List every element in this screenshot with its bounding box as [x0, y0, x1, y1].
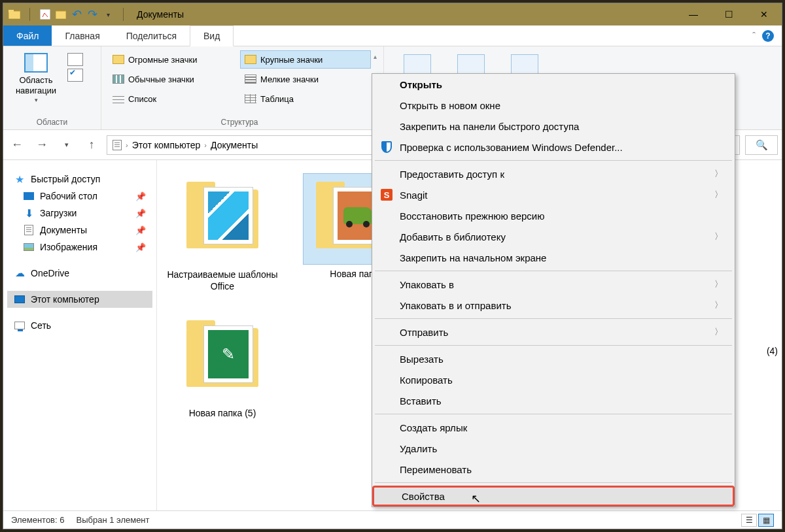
sidebar-pictures[interactable]: Изображения📌	[7, 239, 152, 256]
window-controls: — ☐ ✕	[676, 3, 782, 25]
ctx-pin-quick-access[interactable]: Закрепить на панели быстрого доступа	[372, 116, 735, 137]
ctx-properties[interactable]: Свойства ↖	[372, 486, 735, 507]
sidebar-desktop[interactable]: Рабочий стол📌	[7, 188, 152, 205]
ctx-label: Создать ярлык	[400, 422, 467, 433]
tab-share[interactable]: Поделиться	[113, 25, 190, 46]
sidebar-network[interactable]: Сеть	[7, 317, 152, 334]
undo-icon[interactable]: ↶	[71, 8, 82, 20]
layout-medium-icons[interactable]: Обычные значки	[108, 70, 239, 88]
redo-icon[interactable]: ↷	[86, 8, 98, 20]
sidebar-documents[interactable]: Документы📌	[7, 222, 152, 239]
chevron-right-icon: 〉	[714, 299, 723, 311]
close-button[interactable]: ✕	[746, 3, 782, 25]
search-icon: 🔍	[756, 139, 768, 151]
collapse-ribbon-icon[interactable]: ˆ	[752, 31, 756, 41]
ctx-add-library[interactable]: Добавить в библиотеку〉	[372, 226, 735, 247]
folder-office-templates[interactable]: Настраиваемые шаблоны Office	[164, 173, 281, 292]
ctx-restore-version[interactable]: Восстановить прежнюю версию	[372, 205, 735, 226]
folder-new-5[interactable]: ✎ Новая папка (5)	[164, 312, 281, 419]
chevron-icon[interactable]: ›	[204, 141, 207, 149]
tab-view[interactable]: Вид	[190, 25, 234, 46]
separator	[375, 271, 732, 271]
ctx-rename[interactable]: Переименовать	[372, 459, 735, 480]
titlebar: ↶ ↷ ▾ Документы — ☐ ✕	[3, 3, 782, 25]
ctx-label: Удалить	[400, 443, 437, 454]
layout-label: Обычные значки	[128, 75, 194, 84]
layout-large-icons[interactable]: Крупные значки	[240, 50, 371, 69]
ctx-pack[interactable]: Упаковать в〉	[372, 274, 735, 295]
sidebar-label: Этот компьютер	[31, 294, 99, 305]
ctx-open-new-window[interactable]: Открыть в новом окне	[372, 95, 735, 116]
navigation-pane-button[interactable]: Область навигации ▾	[10, 50, 62, 104]
ctx-label: Открыть	[400, 79, 442, 90]
document-icon	[24, 225, 33, 235]
layout-label: Список	[128, 94, 156, 104]
sidebar-onedrive[interactable]: ☁OneDrive	[7, 265, 152, 282]
minimize-button[interactable]: —	[676, 3, 711, 25]
sidebar-downloads[interactable]: ⬇Загрузки📌	[7, 205, 152, 222]
ctx-share-access[interactable]: Предоставить доступ к〉	[372, 163, 735, 184]
view-toggle: ☰ ▦	[741, 514, 774, 527]
search-input[interactable]: 🔍	[745, 135, 778, 155]
layout-table[interactable]: Таблица	[240, 90, 371, 108]
sidebar-label: Документы	[40, 225, 87, 235]
pin-icon: 📌	[135, 225, 146, 235]
ribbon-group-layout: Огромные значки Крупные значки Обычные з…	[101, 46, 384, 129]
ctx-delete[interactable]: Удалить	[372, 438, 735, 459]
star-icon: ★	[14, 174, 26, 184]
back-button[interactable]: ←	[7, 135, 27, 155]
chevron-icon[interactable]: ›	[126, 141, 128, 149]
tab-right-controls: ˆ ?	[752, 25, 782, 46]
group-label-panes: Области	[10, 115, 94, 127]
ctx-defender-scan[interactable]: Проверка с использованием Windows Defend…	[372, 137, 735, 158]
tab-home[interactable]: Главная	[52, 25, 113, 46]
ctx-cut[interactable]: Вырезать	[372, 348, 735, 369]
large-icons-icon	[245, 55, 256, 64]
sidebar-quick-access[interactable]: ★Быстрый доступ	[7, 171, 152, 188]
forward-button[interactable]: →	[32, 135, 52, 155]
ctx-label: Переименовать	[400, 464, 472, 475]
view-details-button[interactable]: ☰	[741, 514, 757, 527]
crumb-documents[interactable]: Документы	[211, 140, 258, 150]
preview-pane-icon[interactable]	[67, 53, 83, 66]
ctx-snagit[interactable]: SSnagit〉	[372, 184, 735, 205]
up-button[interactable]: ↑	[82, 135, 101, 155]
maximize-button[interactable]: ☐	[711, 3, 746, 25]
recent-dropdown[interactable]: ▾	[57, 135, 77, 155]
ctx-pin-start[interactable]: Закрепить на начальном экране	[372, 247, 735, 268]
shield-icon	[380, 141, 393, 154]
table-icon	[245, 94, 256, 103]
properties-icon[interactable]	[39, 8, 51, 20]
new-folder-icon[interactable]	[55, 8, 67, 20]
separator	[375, 318, 732, 319]
pin-icon: 📌	[135, 208, 146, 218]
ctx-copy[interactable]: Копировать	[372, 369, 735, 390]
sidebar-thispc[interactable]: Этот компьютер	[7, 291, 152, 308]
ctx-pack-send[interactable]: Упаковать в и отправить〉	[372, 295, 735, 316]
sidebar: ★Быстрый доступ Рабочий стол📌 ⬇Загрузки📌…	[3, 160, 157, 510]
layout-list[interactable]: Список	[108, 90, 239, 108]
ctx-paste[interactable]: Вставить	[372, 390, 735, 411]
view-icons-button[interactable]: ▦	[758, 514, 774, 527]
ribbon-group-panes: Область навигации ▾ Области	[3, 46, 101, 129]
ctx-create-shortcut[interactable]: Создать ярлык	[372, 417, 735, 438]
partial-item-label: (4)	[763, 343, 782, 359]
ctx-send[interactable]: Отправить〉	[372, 322, 735, 342]
qat-dropdown-icon[interactable]: ▾	[102, 8, 114, 20]
ctx-label: Открыть в новом окне	[400, 100, 500, 111]
small-icons-icon	[245, 75, 256, 84]
layout-label: Крупные значки	[260, 55, 323, 65]
layout-huge-icons[interactable]: Огромные значки	[108, 50, 239, 69]
desktop-icon	[24, 192, 34, 200]
ctx-open[interactable]: Открыть	[372, 74, 735, 95]
layout-small-icons[interactable]: Мелкие значки	[240, 70, 371, 88]
crumb-thispc[interactable]: Этот компьютер	[132, 140, 201, 150]
details-pane-icon[interactable]	[67, 69, 83, 82]
folder-label: Настраиваемые шаблоны Office	[164, 269, 281, 292]
tab-file[interactable]: Файл	[3, 25, 52, 46]
group-label-layout: Структура	[108, 115, 371, 127]
ribbon-tabs: Файл Главная Поделиться Вид ˆ ?	[3, 25, 782, 46]
pc-icon	[14, 295, 25, 303]
help-icon[interactable]: ?	[762, 30, 774, 42]
ctx-label: Вставить	[400, 395, 442, 407]
